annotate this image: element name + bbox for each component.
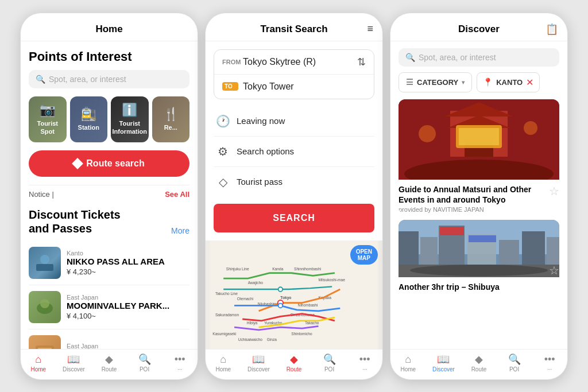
svg-point-28 <box>278 303 283 308</box>
screen1-header: Home <box>21 13 198 41</box>
shibuya-image <box>399 220 559 277</box>
discover-nav-icon: 📖 <box>67 354 80 364</box>
cat-tourist-spot[interactable]: 📷 Tourist Spot <box>29 96 67 142</box>
ticket-item-seibu[interactable]: East Japan SEIBU 1Day Pass + Naga... <box>29 329 189 349</box>
poi-nav-label: POI <box>140 366 149 372</box>
shibuya-bookmark-button[interactable]: ☆ <box>549 263 559 277</box>
ticket-item-moominvalley[interactable]: East Japan MOOMINVALLEY PARK... ¥ 4,100~ <box>29 285 189 329</box>
filter-icon: ☰ <box>406 77 413 87</box>
nav-home[interactable]: ⌂ Home <box>21 354 56 372</box>
s3-nav-home[interactable]: ⌂ Home <box>390 354 426 372</box>
matsuri-card-provider: provided by NAVITIME JAPAN <box>399 206 559 213</box>
see-all-button[interactable]: See All <box>165 190 189 199</box>
svg-text:Mitsukoshi-mae: Mitsukoshi-mae <box>319 277 346 281</box>
cat-station[interactable]: 🚉 Station <box>70 96 108 142</box>
s3-nav-route[interactable]: ◆ Route <box>461 354 497 372</box>
discover-search-icon: 🔍 <box>405 53 415 62</box>
svg-text:Tokyo: Tokyo <box>280 296 291 300</box>
screen1-bottom-nav: ⌂ Home 📖 Discover ◆ Route 🔍 POI ••• ··· <box>21 349 198 379</box>
shibuya-svg <box>399 220 559 277</box>
kanto-filter-label: KANTO <box>496 78 523 87</box>
screen-discover: Discover 📋 🔍 Spot, area, or interest ☰ C… <box>390 13 568 380</box>
home-nav-icon: ⌂ <box>35 354 41 364</box>
screen2-title: Transit Search <box>260 24 327 35</box>
s2-nav-home[interactable]: ⌂ Home <box>206 354 241 372</box>
svg-point-39 <box>524 121 537 135</box>
menu-icon[interactable]: ≡ <box>367 23 373 35</box>
screen3-body: 🔍 Spot, area, or interest ☰ CATEGORY ▾ 📍… <box>390 41 567 349</box>
option-pass[interactable]: ◇ Tourist pass <box>214 167 374 197</box>
nikko-price: ¥ 4,230~ <box>67 267 165 276</box>
screen2-header: Transit Search ≡ <box>206 13 382 41</box>
svg-rect-1 <box>36 264 53 271</box>
seibu-region: East Japan <box>67 343 176 349</box>
open-map-button[interactable]: OPENMAP <box>350 245 378 265</box>
svg-rect-51 <box>440 227 464 235</box>
s3-poi-label: POI <box>509 366 519 372</box>
matsuri-card-title: Guide to Annual Matsuri and Other Events… <box>399 184 559 205</box>
nav-poi[interactable]: 🔍 POI <box>127 354 163 372</box>
discover-nav-label: Discover <box>63 366 85 372</box>
shibuya-card[interactable]: Another 3hr trip – Shibuya ☆ <box>399 220 559 293</box>
matsuri-card[interactable]: Guide to Annual Matsuri and Other Events… <box>399 99 559 214</box>
s3-nav-more[interactable]: ••• ··· <box>532 354 567 372</box>
option-pass-label: Tourist pass <box>237 177 283 187</box>
chevron-down-icon: ▾ <box>462 79 465 86</box>
svg-rect-52 <box>469 235 496 242</box>
seibu-thumb <box>29 335 61 349</box>
matsuri-bookmark-button[interactable]: ☆ <box>549 184 559 198</box>
moominvalley-info: East Japan MOOMINVALLEY PARK... ¥ 4,100~ <box>67 294 169 320</box>
s3-more-icon: ••• <box>544 354 555 364</box>
from-value: Tokyo Skytree (R) <box>243 57 366 67</box>
s2-nav-route[interactable]: ◆ Route <box>276 354 312 372</box>
route-diamond-icon <box>72 158 83 169</box>
ticket-item-nikko[interactable]: Kanto NIKKO PASS ALL AREA ¥ 4,230~ <box>29 241 189 285</box>
home-search-bar[interactable]: 🔍 Spot, area, or interest <box>29 70 189 88</box>
close-icon[interactable]: ✕ <box>526 77 533 88</box>
screen-home: Home Points of Interest 🔍 Spot, area, or… <box>20 13 198 380</box>
discover-search-placeholder: Spot, area, or interest <box>419 53 496 62</box>
nav-more[interactable]: ••• ··· <box>162 354 198 372</box>
s3-nav-discover[interactable]: 📖 Discover <box>426 354 462 372</box>
moominvalley-name: MOOMINVALLEY PARK... <box>67 301 169 311</box>
swap-icon[interactable]: ⇅ <box>357 56 366 68</box>
option-search[interactable]: ⚙ Search options <box>214 137 374 167</box>
from-row[interactable]: FROM Tokyo Skytree (R) ⇅ <box>214 50 374 75</box>
s3-discover-icon: 📖 <box>437 354 450 364</box>
category-filter-button[interactable]: ☰ CATEGORY ▾ <box>399 72 472 92</box>
transit-search-button[interactable]: SEARCH <box>214 204 374 232</box>
svg-text:Otemachi: Otemachi <box>237 296 254 300</box>
s2-nav-discover[interactable]: 📖 Discover <box>241 354 277 372</box>
screen3-header: Discover 📋 <box>390 13 567 41</box>
svg-point-0 <box>40 255 49 264</box>
s3-nav-poi[interactable]: 🔍 POI <box>497 354 532 372</box>
s3-discover-label: Discover <box>432 366 455 372</box>
route-options: 🕐 Leaving now ⚙ Search options ◇ Tourist… <box>214 106 374 197</box>
cat-restaurant[interactable]: 🍴 Re... <box>152 96 190 142</box>
restaurant-icon: 🍴 <box>163 107 179 122</box>
moominvalley-price: ¥ 4,100~ <box>67 312 169 320</box>
shibuya-card-title: Another 3hr trip – Shibuya <box>399 282 559 292</box>
s2-more-icon: ••• <box>359 354 370 364</box>
option-time[interactable]: 🕐 Leaving now <box>214 106 374 137</box>
nav-discover[interactable]: 📖 Discover <box>56 354 92 372</box>
nav-route[interactable]: ◆ Route <box>91 354 127 372</box>
s2-nav-more[interactable]: ••• ··· <box>347 354 382 372</box>
s2-discover-icon: 📖 <box>252 354 265 364</box>
cat-tourist-info[interactable]: ℹ️ Tourist Information <box>111 96 149 142</box>
screen2-bottom-nav: ⌂ Home 📖 Discover ◆ Route 🔍 POI ••• ··· <box>206 349 382 379</box>
s2-nav-poi[interactable]: 🔍 POI <box>312 354 347 372</box>
discover-search-bar[interactable]: 🔍 Spot, area, or interest <box>399 48 559 67</box>
poi-title: Points of Interest <box>29 49 189 64</box>
discount-more-button[interactable]: More <box>171 226 189 235</box>
to-row[interactable]: TO Tokyo Tower <box>214 75 374 99</box>
option-time-label: Leaving now <box>237 116 285 126</box>
route-search-button[interactable]: Route search <box>29 150 189 177</box>
kanto-filter-button[interactable]: 📍 KANTO ✕ <box>477 72 540 92</box>
nikko-thumb <box>29 247 61 279</box>
document-icon[interactable]: 📋 <box>546 23 558 36</box>
s3-poi-icon: 🔍 <box>508 354 521 364</box>
cat-tourist-spot-label: Tourist Spot <box>29 120 67 135</box>
svg-rect-37 <box>459 128 499 145</box>
moominvalley-region: East Japan <box>67 294 169 301</box>
